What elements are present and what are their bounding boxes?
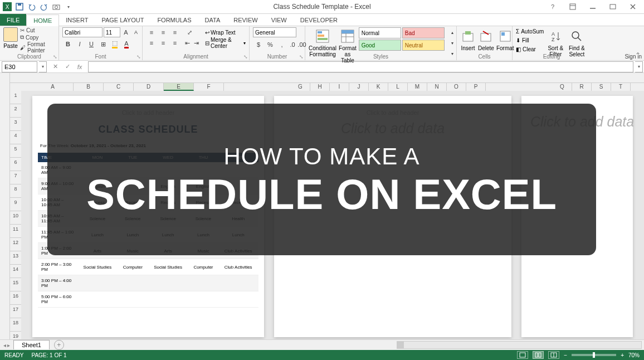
align-center-icon[interactable]: ≡ [158,38,169,48]
zoom-level[interactable]: 70% [628,352,640,358]
col-header[interactable]: O [447,83,466,91]
fill-button[interactable]: ⬇Fill [516,36,544,45]
border-button[interactable]: ⊞ [97,39,109,49]
style-normal[interactable]: Normal [359,27,401,38]
page-layout-view-icon[interactable] [533,351,544,359]
col-header[interactable]: P [466,83,486,91]
align-right-icon[interactable]: ≡ [169,38,180,48]
col-header[interactable]: Q [553,83,572,91]
collapse-ribbon-icon[interactable]: ⌃ [635,51,641,59]
col-header[interactable]: S [592,83,611,91]
cancel-formula-icon[interactable]: ✕ [49,61,61,72]
clear-button[interactable]: ◧Clear [516,45,544,53]
col-header[interactable]: C [104,83,134,91]
row-header[interactable]: 14 [10,265,21,278]
tab-page-layout[interactable]: PAGE LAYOUT [95,14,150,26]
paste-button[interactable]: Paste [3,27,18,49]
merge-center-button[interactable]: ⊟Merge & Center▾ [205,38,246,48]
row-header[interactable]: 6 [10,158,21,171]
styles-up-icon[interactable]: ▴ [448,27,457,37]
style-good[interactable]: Good [359,40,401,51]
align-top-icon[interactable]: ≡ [146,27,157,37]
tab-data[interactable]: DATA [198,14,227,26]
name-box-dropdown-icon[interactable]: ▾ [39,61,47,72]
sheet-tab[interactable]: Sheet1 [13,340,50,349]
redo-icon[interactable] [39,2,49,12]
sheet-nav-last-icon[interactable]: ▸ [7,342,10,348]
increase-decimal-icon[interactable]: .0 [288,40,297,50]
col-header[interactable]: K [369,83,388,91]
tab-file[interactable]: FILE [0,14,26,26]
row-header[interactable]: 7 [10,171,21,184]
undo-icon[interactable] [27,2,37,12]
fill-color-button[interactable]: ⬚ [109,39,120,49]
font-size-input[interactable] [104,27,120,37]
accounting-icon[interactable]: $ [253,40,264,50]
col-header[interactable]: G [291,83,310,91]
format-cells-button[interactable]: Format [496,27,514,51]
grow-font-icon[interactable]: A [121,27,130,37]
style-neutral[interactable]: Neutral [402,40,445,51]
col-header[interactable]: J [349,83,369,91]
formula-expand-icon[interactable]: ▾ [635,61,643,72]
col-header[interactable]: R [572,83,592,91]
align-left-icon[interactable]: ≡ [146,38,157,48]
bold-button[interactable]: B [62,39,74,49]
row-header[interactable]: 16 [10,291,21,305]
copy-button[interactable]: ⧉Copy [20,34,55,41]
percent-icon[interactable]: % [265,40,276,50]
cut-button[interactable]: ✂Cut [20,27,55,33]
qat-dropdown-icon[interactable]: ▾ [64,2,74,12]
font-name-input[interactable] [62,27,103,37]
tab-home[interactable]: HOME [26,14,59,26]
row-header[interactable]: 13 [10,251,21,265]
row-header[interactable]: 3 [10,118,21,131]
wrap-text-button[interactable]: ↩Wrap Text [205,27,246,37]
autosum-button[interactable]: ΣAutoSum [516,27,544,36]
minimize-icon[interactable] [586,1,599,12]
tab-review[interactable]: REVIEW [227,14,264,26]
col-header[interactable]: M [408,83,427,91]
row-header[interactable]: 11 [10,225,21,238]
camera-icon[interactable] [51,2,61,12]
font-launcher-icon[interactable]: ⤡ [136,54,141,60]
enter-formula-icon[interactable]: ✓ [61,61,74,72]
row-header[interactable]: 10 [10,211,21,225]
style-bad[interactable]: Bad [402,27,445,38]
col-header[interactable]: L [388,83,408,91]
increase-indent-icon[interactable]: ⇥ [192,38,201,48]
styles-down-icon[interactable]: ▾ [448,38,457,48]
row-header[interactable]: 4 [10,131,21,144]
italic-button[interactable]: I [74,39,85,49]
clipboard-launcher-icon[interactable]: ⤡ [53,54,57,60]
help-button[interactable]: ? [546,1,559,12]
alignment-launcher-icon[interactable]: ⤡ [243,54,248,60]
underline-button[interactable]: U [86,39,97,49]
font-color-button[interactable]: A [121,39,132,49]
ribbon-display-icon[interactable] [566,1,579,12]
tab-view[interactable]: VIEW [265,14,294,26]
row-header[interactable]: 18 [10,318,21,332]
save-icon[interactable] [14,2,25,12]
col-header[interactable]: F [194,83,224,91]
add-sheet-button[interactable]: + [54,340,64,350]
number-launcher-icon[interactable]: ⤡ [299,54,304,60]
col-header[interactable]: I [330,83,349,91]
zoom-in-icon[interactable]: + [621,352,624,358]
sheet-nav-first-icon[interactable]: ◂ [3,342,6,348]
zoom-slider[interactable] [572,354,616,356]
conditional-formatting-button[interactable]: Conditional Formatting [309,27,336,57]
comma-icon[interactable]: , [276,40,287,50]
maximize-icon[interactable] [606,1,619,12]
col-header[interactable]: E [164,83,194,91]
col-header[interactable]: B [74,83,104,91]
row-header[interactable]: 5 [10,144,21,158]
insert-cells-button[interactable]: Insert [460,27,476,51]
col-header[interactable]: H [310,83,330,91]
align-bottom-icon[interactable]: ≡ [169,27,180,37]
shrink-font-icon[interactable]: A [131,27,140,37]
fx-icon[interactable]: fx [74,61,86,72]
row-header[interactable]: 9 [10,198,21,211]
tab-insert[interactable]: INSERT [59,14,95,26]
name-box[interactable]: E30 [2,61,37,72]
